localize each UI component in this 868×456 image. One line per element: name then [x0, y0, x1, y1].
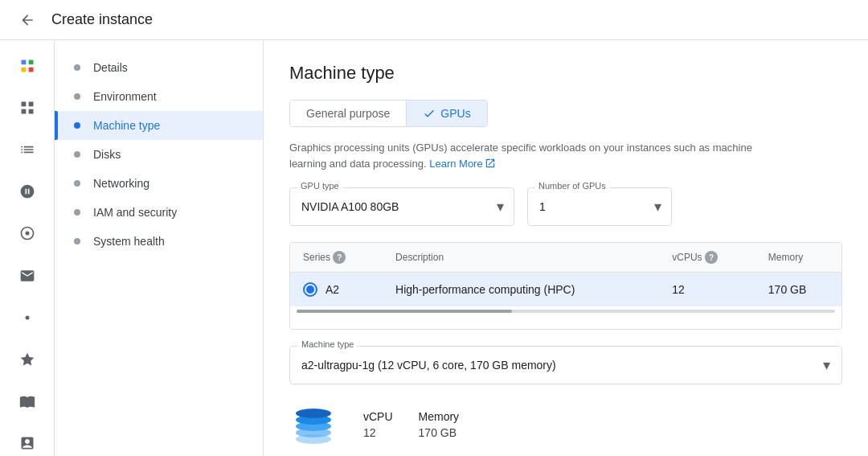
layers-icon [289, 401, 338, 449]
external-link-icon [485, 158, 496, 169]
machine-type-value: a2-ultragpu-1g (12 vCPU, 6 core, 170 GB … [301, 359, 556, 372]
sidebar-label-system-health: System health [93, 235, 165, 248]
memory-value: 170 GB [419, 426, 460, 439]
series-table: Series ? Description vCPUs ? Memory [290, 243, 841, 306]
sidebar-label-machine-type: Machine type [93, 119, 160, 132]
nav-icon-3[interactable] [11, 179, 43, 204]
cell-radio-series: A2 [290, 273, 383, 307]
col-memory: Memory [755, 243, 841, 273]
tab-gpus-label: GPUs [440, 107, 470, 120]
svg-rect-7 [28, 109, 33, 114]
svg-rect-0 [21, 60, 26, 65]
sidebar-label-details: Details [93, 61, 128, 74]
main-content: Machine type General purpose GPUs Graphi… [264, 40, 868, 456]
sidebar-item-iam-security[interactable]: IAM and security [55, 198, 263, 227]
series-table-container: Series ? Description vCPUs ? Memory [289, 242, 842, 330]
specs-row: vCPU 12 Memory 170 GB [289, 401, 842, 449]
svg-point-9 [25, 315, 29, 319]
back-button[interactable] [13, 6, 42, 35]
sidebar: Details Environment Machine type Disks N… [55, 40, 264, 456]
svg-point-8 [25, 232, 29, 236]
chevron-down-icon-2: ▾ [654, 198, 661, 216]
cell-memory: 170 GB [755, 273, 841, 307]
tab-gpus[interactable]: GPUs [407, 101, 486, 126]
machine-type-select[interactable]: a2-ultragpu-1g (12 vCPU, 6 core, 170 GB … [301, 356, 830, 374]
icon-rail [0, 40, 55, 456]
scroll-thumb [297, 310, 512, 313]
nav-icon-5[interactable] [11, 262, 43, 288]
table-row[interactable]: A2 High-performance computing (HPC) 12 1… [290, 273, 841, 307]
memory-header: Memory [419, 410, 460, 423]
section-title: Machine type [289, 63, 842, 84]
sidebar-bullet [74, 151, 80, 158]
svg-point-14 [296, 409, 331, 418]
sidebar-item-disks[interactable]: Disks [55, 140, 263, 169]
col-description: Description [383, 243, 659, 273]
sidebar-label-environment: Environment [93, 90, 157, 103]
machine-type-section: Machine type a2-ultragpu-1g (12 vCPU, 6 … [289, 346, 842, 384]
radio-inner [306, 286, 314, 294]
nav-icon-6[interactable] [11, 305, 43, 331]
svg-rect-2 [21, 68, 26, 72]
gpu-description: Graphics processing units (GPUs) acceler… [289, 140, 772, 171]
gpu-form-row: GPU type NVIDIA A100 80GB ▾ Number of GP… [289, 187, 842, 226]
radio-button[interactable] [303, 282, 317, 297]
num-gpus-select[interactable]: 1 ▾ [527, 187, 672, 226]
nav-icon-9[interactable] [11, 430, 43, 456]
sidebar-bullet [74, 209, 80, 216]
vcpus-help-icon[interactable]: ? [705, 251, 718, 264]
num-gpus-field: Number of GPUs 1 ▾ [527, 187, 672, 226]
scroll-indicator [297, 310, 835, 313]
col-vcpus: vCPUs ? [659, 243, 755, 273]
svg-rect-1 [28, 60, 33, 65]
vcpu-header: vCPU [363, 410, 393, 423]
vcpu-spec: vCPU 12 [363, 410, 393, 439]
sidebar-bullet [74, 64, 80, 71]
sidebar-bullet [74, 93, 80, 100]
sidebar-bullet-active [74, 122, 80, 129]
app-logo-icon[interactable] [11, 53, 43, 79]
col-series: Series ? [290, 243, 383, 273]
sidebar-item-system-health[interactable]: System health [55, 227, 263, 256]
num-gpus-value: 1 [539, 200, 546, 213]
nav-icon-4[interactable] [11, 220, 43, 246]
svg-rect-5 [28, 102, 33, 107]
gpu-type-label: GPU type [297, 181, 342, 191]
sidebar-label-networking: Networking [93, 177, 149, 190]
cell-description: High-performance computing (HPC) [383, 273, 659, 307]
tab-group: General purpose GPUs [289, 100, 488, 127]
sidebar-bullet [74, 180, 80, 187]
svg-rect-3 [28, 68, 33, 72]
cell-vcpus: 12 [659, 273, 755, 307]
back-arrow-icon [19, 12, 35, 28]
learn-more-link[interactable]: Learn More [429, 156, 495, 172]
sidebar-label-iam: IAM and security [93, 206, 177, 219]
machine-type-label: Machine type [298, 339, 357, 349]
check-icon [423, 107, 436, 120]
sidebar-item-details[interactable]: Details [55, 53, 263, 82]
svg-rect-6 [21, 109, 26, 114]
nav-icon-7[interactable] [11, 347, 43, 372]
vcpu-value: 12 [363, 426, 393, 439]
sidebar-item-machine-type[interactable]: Machine type [55, 111, 263, 140]
sidebar-item-networking[interactable]: Networking [55, 169, 263, 198]
nav-icon-1[interactable] [11, 95, 43, 121]
sidebar-bullet [74, 238, 80, 244]
svg-rect-4 [21, 102, 26, 107]
cell-series-value: A2 [326, 283, 339, 296]
num-gpus-label: Number of GPUs [535, 181, 609, 191]
sidebar-label-disks: Disks [93, 148, 121, 161]
gpu-type-select[interactable]: NVIDIA A100 80GB ▾ [289, 187, 514, 226]
sidebar-item-environment[interactable]: Environment [55, 82, 263, 111]
page-title: Create instance [51, 11, 153, 28]
nav-icon-2[interactable] [11, 137, 43, 162]
nav-icon-8[interactable] [11, 388, 43, 414]
gpu-type-value: NVIDIA A100 80GB [301, 200, 399, 213]
memory-spec: Memory 170 GB [419, 410, 460, 439]
tab-general-purpose[interactable]: General purpose [290, 101, 407, 126]
gpu-type-field: GPU type NVIDIA A100 80GB ▾ [289, 187, 514, 226]
chevron-down-icon-3: ▾ [823, 356, 830, 374]
series-help-icon[interactable]: ? [333, 251, 346, 264]
chevron-down-icon: ▾ [497, 198, 504, 216]
